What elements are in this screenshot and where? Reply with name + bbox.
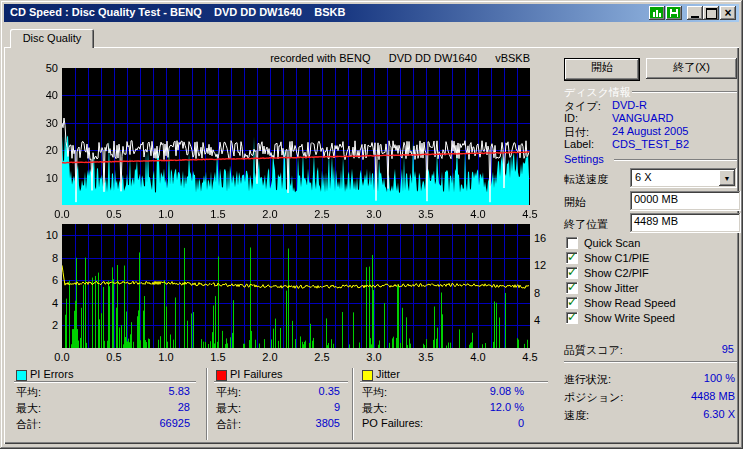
- exit-button[interactable]: 終了(X): [646, 58, 737, 79]
- check-icon: ✓: [567, 265, 577, 279]
- checkbox-label[interactable]: Show Write Speed: [584, 312, 675, 324]
- y-axis-tick-label: 8: [26, 252, 58, 264]
- speed-select-label: 転送速度: [564, 172, 608, 187]
- stat-value: 0: [402, 417, 524, 429]
- pi-failures-jitter-chart-canvas: [62, 224, 530, 348]
- quality-score-label: 品質スコア:: [564, 343, 623, 358]
- checkbox-label[interactable]: Show C2/PIF: [584, 267, 649, 279]
- stat-value: 9: [240, 401, 340, 413]
- disc-label-label: Label:: [564, 138, 594, 150]
- end-pos-label: 終了位置: [564, 217, 608, 232]
- checkbox-box[interactable]: ✓: [566, 252, 578, 264]
- x-axis-tick-label: 1.5: [205, 208, 231, 220]
- divider: [360, 381, 548, 383]
- stat-value: 5.83: [90, 385, 190, 397]
- checkbox-box[interactable]: ✓: [566, 312, 578, 324]
- close-button[interactable]: ×: [720, 6, 736, 20]
- legend-divider: [206, 368, 208, 440]
- y-axis-right-tick-label: 4: [534, 314, 554, 326]
- stat-label: 平均:: [216, 385, 241, 400]
- divider: [14, 381, 196, 383]
- settings-header: Settings: [564, 153, 604, 165]
- x-axis-tick-label: 3.5: [413, 208, 439, 220]
- disc-label-value: CDS_TEST_B2: [612, 138, 689, 150]
- divider: [564, 361, 737, 363]
- y-axis-tick-label: 20: [26, 144, 58, 156]
- minimize-icon: [691, 16, 699, 18]
- chart-icon-button[interactable]: [649, 6, 665, 20]
- legend-title: PI Errors: [30, 368, 73, 380]
- y-axis-tick-label: 30: [26, 117, 58, 129]
- end-pos-input[interactable]: 4489 MB: [630, 213, 741, 233]
- x-axis-tick-label: 4.0: [465, 351, 491, 363]
- stat-value: 0.35: [240, 385, 340, 397]
- stat-value: 66925: [90, 417, 190, 429]
- x-axis-tick-label: 2.0: [257, 351, 283, 363]
- pi-errors-color-swatch: [16, 370, 27, 381]
- y-axis-tick-label: 4: [26, 297, 58, 309]
- y-axis-tick-label: 10: [26, 172, 58, 184]
- x-axis-tick-label: 0.5: [101, 351, 127, 363]
- start-button[interactable]: 開始: [564, 58, 640, 81]
- stat-label: 最大:: [16, 401, 41, 416]
- window-title: CD Speed : Disc Quality Test - BENQ DVD …: [10, 6, 345, 18]
- legend-divider: [352, 368, 354, 440]
- y-axis-tick-label: 40: [26, 89, 58, 101]
- stat-label: 合計:: [16, 417, 41, 432]
- y-axis-right-tick-label: 8: [534, 287, 554, 299]
- titlebar[interactable]: CD Speed : Disc Quality Test - BENQ DVD …: [4, 4, 739, 22]
- stat-label: 平均:: [362, 385, 387, 400]
- close-icon: ×: [724, 7, 731, 19]
- checkbox-label[interactable]: Show C1/PIE: [584, 252, 649, 264]
- x-axis-tick-label: 1.5: [205, 351, 231, 363]
- disc-id-value: VANGUARD: [612, 112, 674, 124]
- check-icon: ✓: [567, 310, 577, 324]
- pi-failures-color-swatch: [216, 370, 227, 381]
- chevron-down-icon[interactable]: ▼: [719, 170, 735, 186]
- divider: [614, 159, 737, 161]
- checkbox-label[interactable]: Show Read Speed: [584, 297, 676, 309]
- x-axis-tick-label: 4.5: [517, 208, 543, 220]
- check-icon: ✓: [567, 280, 577, 294]
- checkbox-label[interactable]: Quick Scan: [584, 237, 640, 249]
- x-axis-tick-label: 4.0: [465, 208, 491, 220]
- x-axis-tick-label: 4.5: [517, 351, 543, 363]
- x-axis-tick-label: 0.0: [49, 351, 75, 363]
- stat-value: 28: [90, 401, 190, 413]
- check-icon: ✓: [567, 250, 577, 264]
- save-icon-button[interactable]: [666, 6, 682, 20]
- y-axis-tick-label: 2: [26, 319, 58, 331]
- checkbox-box[interactable]: ✓: [566, 282, 578, 294]
- speed-select-value: 6 X: [635, 171, 652, 183]
- x-axis-tick-label: 3.5: [413, 351, 439, 363]
- y-axis-tick-label: 10: [26, 229, 58, 241]
- tab-disc-quality[interactable]: Disc Quality: [10, 29, 94, 48]
- x-axis-tick-label: 2.5: [309, 208, 335, 220]
- x-axis-tick-label: 2.0: [257, 208, 283, 220]
- divider: [214, 381, 348, 383]
- checkbox-box[interactable]: ✓: [566, 297, 578, 309]
- disc-quality-tab-page: recorded with BENQ DVD DD DW1640 vBSKB P…: [4, 47, 739, 444]
- stat-value: 3805: [240, 417, 340, 429]
- speed-select[interactable]: 6 X ▼: [630, 168, 737, 188]
- stat-label: 合計:: [216, 417, 241, 432]
- quality-score-value: 95: [634, 343, 734, 355]
- checkbox-box[interactable]: ✓: [566, 267, 578, 279]
- x-axis-tick-label: 2.5: [309, 351, 335, 363]
- checkbox-label[interactable]: Show Jitter: [584, 282, 638, 294]
- y-axis-tick-label: 50: [26, 62, 58, 74]
- maximize-button[interactable]: [703, 6, 719, 20]
- divider: [632, 91, 737, 93]
- start-pos-label: 開始: [564, 195, 586, 210]
- start-pos-input[interactable]: 0000 MB: [630, 191, 741, 211]
- checkbox-box[interactable]: ✓: [566, 237, 578, 249]
- position-value: 4488 MB: [605, 390, 735, 402]
- x-axis-tick-label: 0.5: [101, 208, 127, 220]
- stat-label: 最大:: [362, 401, 387, 416]
- legend-title: Jitter: [376, 368, 400, 380]
- cdspeed-window: CD Speed : Disc Quality Test - BENQ DVD …: [0, 0, 743, 449]
- y-axis-right-tick-label: 16: [534, 232, 554, 244]
- y-axis-tick-label: 6: [26, 274, 58, 286]
- minimize-button[interactable]: [687, 6, 703, 20]
- stat-label: 最大:: [216, 401, 241, 416]
